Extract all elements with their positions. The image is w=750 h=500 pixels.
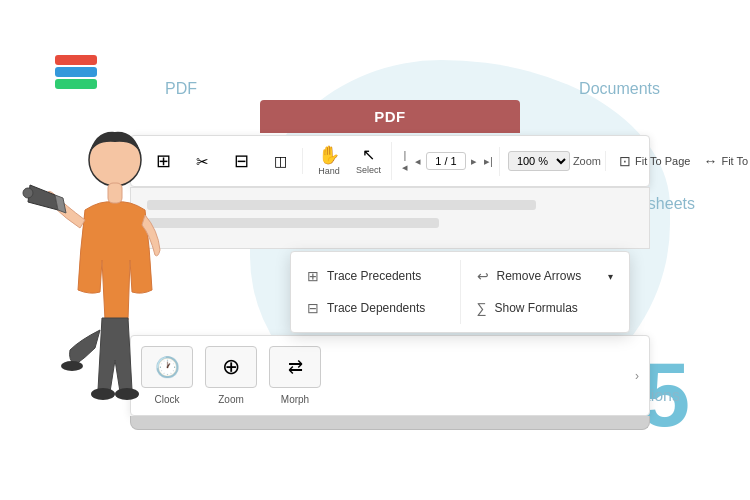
select-icon: ↖: [362, 147, 375, 163]
label-documents: Documents: [579, 80, 660, 98]
next-page-button[interactable]: ▸: [469, 153, 479, 170]
special-paste-button[interactable]: ◫: [262, 150, 298, 172]
last-page-button[interactable]: ▸|: [482, 153, 495, 170]
hand-label: Hand: [318, 166, 340, 176]
pdf-title-bar: PDF: [260, 100, 520, 133]
morph-transition[interactable]: ⇄ Morph: [269, 346, 321, 405]
show-formulas-icon: ∑: [477, 300, 487, 316]
fit-group: ⊡ Fit To Page ↔ Fit To Width: [610, 150, 750, 172]
zoom-transition-label: Zoom: [218, 394, 244, 405]
trace-precedents-label: Trace Precedents: [327, 269, 421, 283]
logo-bar-red: [55, 55, 97, 65]
trace-dependents-label: Trace Dependents: [327, 301, 425, 315]
morph-transition-label: Morph: [281, 394, 309, 405]
show-formulas-item[interactable]: ∑ Show Formulas: [461, 292, 630, 324]
select-button[interactable]: ↖ Select: [350, 143, 387, 179]
trace-precedents-item[interactable]: ⊞ Trace Precedents: [291, 260, 460, 292]
trace-dropdown: ⊞ Trace Precedents ⊟ Trace Dependents ↩ …: [290, 251, 630, 333]
remove-arrows-label: Remove Arrows: [497, 269, 582, 283]
svg-rect-1: [108, 183, 122, 203]
svg-point-3: [91, 388, 115, 400]
select-label: Select: [356, 165, 381, 175]
show-formulas-label: Show Formulas: [494, 301, 577, 315]
svg-point-2: [23, 188, 33, 198]
zoom-group: 100 % 75 % 150 % Zoom: [504, 151, 606, 171]
fit-page-icon: ⊡: [619, 153, 631, 169]
paste-button[interactable]: ⊟: [223, 148, 259, 174]
fit-width-icon: ↔: [703, 153, 717, 169]
trace-dependents-item[interactable]: ⊟ Trace Dependents: [291, 292, 460, 324]
zoom-label: Zoom: [573, 155, 601, 167]
logo-bar-green: [55, 79, 97, 89]
remove-arrows-icon: ↩: [477, 268, 489, 284]
fit-to-width-button[interactable]: ↔ Fit To Width: [698, 150, 750, 172]
app-logo: [55, 55, 97, 89]
person-svg: [20, 120, 210, 430]
svg-point-5: [61, 361, 83, 371]
svg-point-4: [115, 388, 139, 400]
special-paste-icon: ◫: [274, 154, 287, 168]
hand-button[interactable]: ✋ Hand: [311, 142, 347, 180]
page-input[interactable]: [426, 152, 466, 170]
morph-transition-box: ⇄: [269, 346, 321, 388]
paste-icon: ⊟: [234, 152, 249, 170]
hand-icon: ✋: [318, 146, 340, 164]
page-nav-group: |◂ ◂ ▸ ▸|: [396, 147, 500, 176]
fit-width-label: Fit To Width: [721, 155, 750, 167]
selection-group: ✋ Hand ↖ Select: [307, 142, 392, 180]
fit-to-page-button[interactable]: ⊡ Fit To Page: [614, 150, 695, 172]
fit-page-label: Fit To Page: [635, 155, 690, 167]
label-pdf: PDF: [165, 80, 197, 98]
remove-arrows-item[interactable]: ↩ Remove Arrows ▾: [461, 260, 630, 292]
logo-bar-blue: [55, 67, 97, 77]
person-illustration: [20, 120, 220, 440]
panel-more-arrow[interactable]: ›: [635, 369, 639, 383]
prev-page-button[interactable]: ◂: [413, 153, 423, 170]
trace-dependents-icon: ⊟: [307, 300, 319, 316]
first-page-button[interactable]: |◂: [400, 147, 410, 176]
trace-precedents-icon: ⊞: [307, 268, 319, 284]
zoom-select[interactable]: 100 % 75 % 150 %: [508, 151, 570, 171]
remove-arrows-chevron: ▾: [608, 271, 613, 282]
